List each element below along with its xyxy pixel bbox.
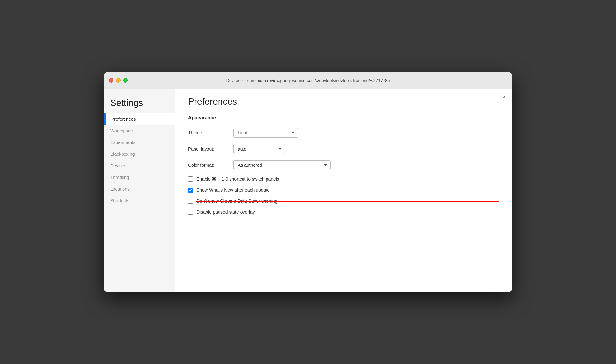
settings-layout: Settings Preferences Workspace Experimen… (104, 89, 512, 292)
appearance-section-title: Appearance (188, 115, 499, 121)
color-format-label: Color format: (188, 163, 233, 168)
main-content: × Preferences Appearance Theme: System p… (175, 89, 512, 292)
chrome-data-saver-row: Don't show Chrome Data Saver warning (188, 199, 499, 204)
close-button[interactable]: × (502, 94, 506, 100)
sidebar-item-throttling[interactable]: Throttling (104, 172, 175, 183)
color-format-row: Color format: As authored HEX RGB HSL (188, 160, 499, 170)
sidebar-item-experiments[interactable]: Experiments (104, 137, 175, 148)
disable-paused-row: Disable paused state overlay (188, 210, 499, 215)
whats-new-row: Show What's New after each update (188, 188, 499, 193)
panel-layout-select[interactable]: auto horizontal vertical (233, 144, 285, 154)
window-content: Settings Preferences Workspace Experimen… (104, 89, 512, 292)
chrome-data-saver-label: Don't show Chrome Data Saver warning (196, 199, 277, 204)
sidebar-item-devices[interactable]: Devices (104, 160, 175, 172)
theme-row: Theme: System preference Light Dark (188, 128, 499, 138)
whats-new-label: Show What's New after each update (196, 188, 270, 193)
maximize-traffic-light[interactable] (123, 78, 128, 83)
page-title: Preferences (188, 97, 499, 107)
sidebar-nav: Preferences Workspace Experiments Blackb… (104, 113, 175, 207)
sidebar: Settings Preferences Workspace Experimen… (104, 89, 175, 292)
panel-layout-row: Panel layout: auto horizontal vertical (188, 144, 499, 154)
panel-layout-label: Panel layout: (188, 146, 233, 152)
minimize-traffic-light[interactable] (116, 78, 121, 83)
cmd-shortcut-label: Enable ⌘ + 1-9 shortcut to switch panels (196, 176, 279, 182)
theme-label: Theme: (188, 130, 233, 135)
disable-paused-checkbox[interactable] (188, 210, 193, 215)
cmd-shortcut-checkbox[interactable] (188, 176, 193, 182)
whats-new-checkbox[interactable] (188, 188, 193, 193)
chrome-data-saver-checkbox[interactable] (188, 199, 193, 204)
sidebar-item-blackboxing[interactable]: Blackboxing (104, 148, 175, 160)
appearance-section: Appearance Theme: System preference Ligh… (188, 115, 499, 215)
window-title: DevTools - chromium-review.googlesource.… (226, 78, 390, 83)
disable-paused-label: Disable paused state overlay (196, 210, 255, 215)
sidebar-item-shortcuts[interactable]: Shortcuts (104, 195, 175, 207)
sidebar-title: Settings (104, 94, 175, 113)
sidebar-item-locations[interactable]: Locations (104, 183, 175, 195)
close-traffic-light[interactable] (109, 78, 113, 83)
theme-select[interactable]: System preference Light Dark (233, 128, 298, 138)
sidebar-item-preferences[interactable]: Preferences (104, 113, 175, 125)
color-format-select[interactable]: As authored HEX RGB HSL (233, 160, 331, 170)
traffic-lights (109, 78, 128, 83)
cmd-shortcut-row: Enable ⌘ + 1-9 shortcut to switch panels (188, 176, 499, 182)
title-bar: DevTools - chromium-review.googlesource.… (104, 72, 512, 89)
devtools-window: DevTools - chromium-review.googlesource.… (104, 72, 512, 292)
sidebar-item-workspace[interactable]: Workspace (104, 125, 175, 137)
